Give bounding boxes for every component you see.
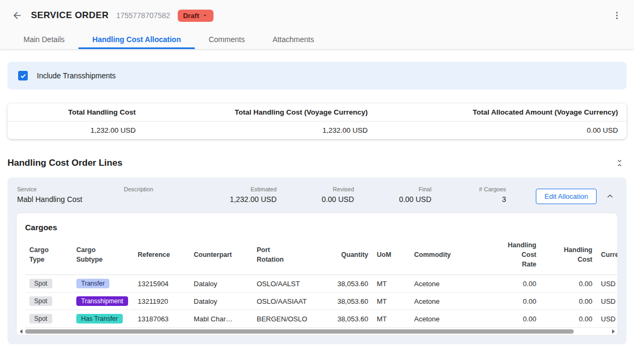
cargoes-panel: Cargoes Cargo TypeCargo SubtypeReference… bbox=[16, 213, 618, 336]
cell-counterpart: Dataloy bbox=[189, 275, 252, 293]
estimated-value: 1,232.00 USD bbox=[215, 195, 276, 204]
totals-column-value: 1,232.00 USD bbox=[12, 122, 140, 139]
column-header: Reference bbox=[133, 235, 189, 275]
cell-currency: USD bbox=[597, 310, 617, 328]
cell-reference: 13187063 bbox=[133, 310, 189, 328]
totals-column-label: Total Allocated Amount (Voyage Currency) bbox=[372, 103, 622, 121]
include-transshipments-label: Include Transshipments bbox=[37, 71, 116, 80]
cargo-table: Cargo TypeCargo SubtypeReferenceCounterp… bbox=[25, 235, 617, 328]
edit-allocation-button[interactable]: Edit Allocation bbox=[536, 189, 597, 204]
cell-quantity: 38,053.60 bbox=[322, 275, 373, 293]
cell-currency: USD bbox=[597, 293, 617, 310]
chevron-up-icon bbox=[605, 191, 615, 201]
tabs: Main DetailsHandling Cost AllocationComm… bbox=[0, 31, 634, 49]
order-line-card: Service Mabl Handling Cost Description E… bbox=[7, 177, 627, 344]
page-title: SERVICE ORDER bbox=[31, 10, 109, 21]
cell-currency: USD bbox=[597, 275, 617, 293]
tab-handling-cost-allocation[interactable]: Handling Cost Allocation bbox=[78, 31, 195, 49]
column-header: Commodity bbox=[410, 235, 485, 275]
cargo-table-body: SpotTransfer13215904DataloyOSLO/AALST38,… bbox=[25, 275, 617, 328]
table-row[interactable]: SpotTransfer13215904DataloyOSLO/AALST38,… bbox=[25, 275, 617, 293]
column-header: Port Rotation bbox=[252, 235, 322, 275]
cell-quantity: 38,053.60 bbox=[322, 310, 373, 328]
kebab-menu-icon[interactable] bbox=[609, 8, 624, 23]
cell-commodity: Acetone bbox=[410, 275, 485, 293]
check-icon bbox=[20, 72, 27, 79]
scroll-right-arrow[interactable] bbox=[611, 329, 616, 334]
tab-attachments[interactable]: Attachments bbox=[259, 31, 328, 49]
tab-comments[interactable]: Comments bbox=[195, 31, 259, 49]
totals-column-label: Total Handling Cost (Voyage Currency) bbox=[140, 103, 372, 121]
table-row[interactable]: SpotTransshipment13211920DataloyOSLO/AAS… bbox=[25, 293, 617, 310]
cargo-type-chip: Spot bbox=[29, 314, 52, 323]
status-badge[interactable]: Draft bbox=[178, 10, 213, 22]
horizontal-scrollbar[interactable] bbox=[17, 328, 617, 335]
scroll-left-arrow[interactable] bbox=[18, 329, 23, 334]
section-title: Handling Cost Order Lines bbox=[7, 158, 122, 168]
field-description: Description bbox=[124, 186, 215, 195]
scrollbar-track[interactable] bbox=[25, 329, 609, 334]
cell-handling-cost-rate: 0.00 bbox=[485, 293, 541, 310]
column-header: UoM bbox=[373, 235, 410, 275]
cargo-table-header-row: Cargo TypeCargo SubtypeReferenceCounterp… bbox=[25, 235, 617, 275]
collapse-line-button[interactable] bbox=[603, 189, 617, 203]
totals-card: Total Handling CostTotal Handling Cost (… bbox=[7, 103, 627, 139]
unfold-less-icon bbox=[615, 158, 624, 168]
cell-cargo-type: Spot bbox=[25, 293, 72, 310]
column-header: Currency bbox=[597, 235, 617, 275]
field-service: Service Mabl Handling Cost bbox=[17, 186, 124, 204]
header: SERVICE ORDER 1755778707582 Draft Main D… bbox=[0, 0, 634, 49]
cell-handling-cost: 0.00 bbox=[541, 293, 597, 310]
back-button[interactable] bbox=[10, 8, 25, 23]
cargo-count-label: # Cargoes bbox=[431, 186, 506, 192]
cell-quantity: 38,053.60 bbox=[322, 293, 373, 310]
totals-value-row: 1,232.00 USD1,232.00 USD0.00 USD bbox=[7, 122, 627, 139]
cell-counterpart: Mabl Char… bbox=[189, 310, 252, 328]
cell-reference: 13211920 bbox=[133, 293, 189, 310]
tab-main-details[interactable]: Main Details bbox=[10, 31, 78, 49]
column-header: Counterpart bbox=[189, 235, 252, 275]
include-transshipments-checkbox[interactable] bbox=[18, 71, 28, 80]
cargo-count-value: 3 bbox=[431, 195, 506, 204]
cell-handling-cost: 0.00 bbox=[541, 310, 597, 328]
column-header: Cargo Type bbox=[25, 235, 72, 275]
column-header: Cargo Subtype bbox=[72, 235, 133, 275]
field-revised: Revised 0.00 USD bbox=[276, 186, 354, 204]
estimated-label: Estimated bbox=[215, 186, 276, 192]
cargo-subtype-chip: Transfer bbox=[76, 279, 109, 288]
totals-label-row: Total Handling CostTotal Handling Cost (… bbox=[7, 103, 627, 122]
cell-port-rotation: OSLO/AALST bbox=[252, 275, 322, 293]
table-row[interactable]: SpotHas Transfer13187063Mabl Char…BERGEN… bbox=[25, 310, 617, 328]
description-label: Description bbox=[124, 186, 215, 192]
cargo-subtype-chip: Has Transfer bbox=[76, 314, 123, 323]
totals-column-label: Total Handling Cost bbox=[12, 103, 140, 121]
cargoes-title: Cargoes bbox=[17, 213, 617, 235]
scrollbar-thumb[interactable] bbox=[25, 329, 574, 334]
cell-counterpart: Dataloy bbox=[189, 293, 252, 310]
cargo-type-chip: Spot bbox=[29, 296, 52, 306]
cell-cargo-subtype: Transshipment bbox=[72, 293, 133, 310]
cell-reference: 13215904 bbox=[133, 275, 189, 293]
cell-handling-cost: 0.00 bbox=[541, 275, 597, 293]
cell-handling-cost-rate: 0.00 bbox=[485, 275, 541, 293]
column-header: Handling Cost Rate bbox=[485, 235, 541, 275]
cell-handling-cost-rate: 0.00 bbox=[485, 310, 541, 328]
cell-port-rotation: OSLO/AASIAAT bbox=[252, 293, 322, 310]
cargo-table-container: Cargo TypeCargo SubtypeReferenceCounterp… bbox=[25, 235, 617, 328]
order-line-summary: Service Mabl Handling Cost Description E… bbox=[16, 186, 618, 204]
cell-uom: MT bbox=[373, 310, 410, 328]
cell-cargo-subtype: Transfer bbox=[72, 275, 133, 293]
cell-cargo-subtype: Has Transfer bbox=[72, 310, 133, 328]
final-label: Final bbox=[354, 186, 431, 192]
status-label: Draft bbox=[183, 12, 199, 20]
revised-label: Revised bbox=[276, 186, 354, 192]
field-estimated: Estimated 1,232.00 USD bbox=[215, 186, 276, 204]
final-value: 0.00 USD bbox=[354, 195, 431, 204]
order-lines-section-header: Handling Cost Order Lines bbox=[7, 156, 627, 170]
column-header: Quantity bbox=[322, 235, 373, 275]
totals-column-value: 0.00 USD bbox=[372, 122, 622, 139]
include-transshipments-banner: Include Transshipments bbox=[7, 62, 627, 90]
collapse-all-button[interactable] bbox=[613, 156, 627, 170]
cargo-type-chip: Spot bbox=[29, 279, 52, 288]
field-cargo-count: # Cargoes 3 bbox=[431, 186, 506, 204]
